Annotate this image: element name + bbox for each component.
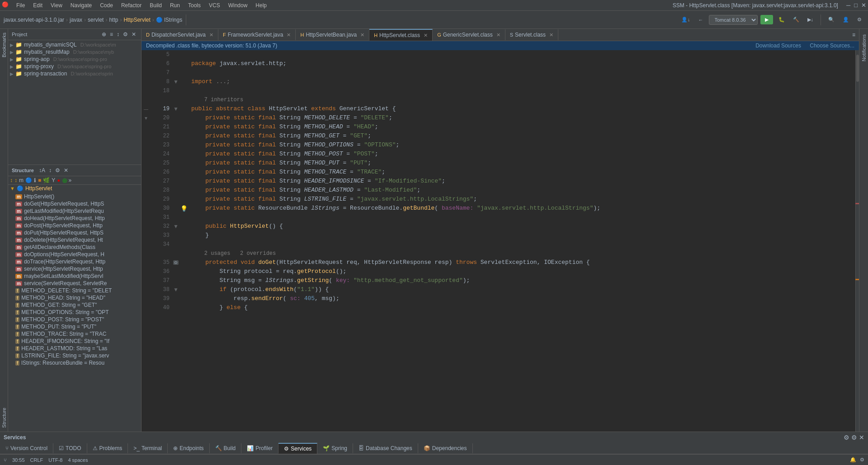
breadcrumb-javax[interactable]: javax (70, 17, 82, 23)
tomcat-selector[interactable]: Tomcat 8.0.36 (709, 15, 758, 25)
status-settings-btn[interactable]: ⚙ (860, 457, 864, 463)
struct-field-header-ifmod[interactable]: f HEADER_IFMODSINCE: String = "If (8, 338, 141, 345)
struct-field-lstring-file[interactable]: f LSTRING_FILE: String = "javax.serv (8, 352, 141, 359)
fold-19[interactable]: ▼ (173, 104, 180, 113)
menu-build[interactable]: Build (146, 1, 165, 9)
struct-item-constructor[interactable]: m HttpServlet() (8, 193, 141, 200)
settings-button[interactable]: ⚙ (854, 16, 864, 23)
tree-item-spring-aop[interactable]: ▶ 📁 spring-aop D:\workspace\spring-pro (8, 56, 141, 63)
menu-file[interactable]: File (13, 1, 28, 9)
tab-close-dispatcher[interactable]: ✕ (209, 32, 213, 38)
structure-class-root[interactable]: ▼ 🔵 HttpServlet (8, 185, 141, 192)
bottom-tab-dependencies[interactable]: 📦 Dependencies (418, 443, 473, 453)
breadcrumb-http[interactable]: http (109, 17, 118, 23)
filter-btn-10[interactable]: ◎ (62, 177, 67, 183)
bottom-tab-endpoints[interactable]: ⊕ Endpoints (168, 443, 209, 453)
tree-item-spring-tx[interactable]: ▶ 📁 spring-transaction D:\workspace\spri… (8, 70, 141, 77)
menu-refactor[interactable]: Refactor (118, 1, 145, 9)
tab-close-genericservlet[interactable]: ✕ (496, 32, 500, 38)
project-sort-btn[interactable]: ↕ (115, 31, 121, 38)
maximize-button[interactable]: □ (854, 2, 858, 9)
run-button[interactable]: ▶ (760, 15, 773, 24)
struct-field-method-options[interactable]: f METHOD_OPTIONS: String = "OPT (8, 309, 141, 316)
bottom-tab-build[interactable]: 🔨 Build (210, 443, 242, 453)
struct-field-header-lastmod[interactable]: f HEADER_LASTMOD: String = "Las (8, 345, 141, 352)
download-sources-link[interactable]: Download Sources (755, 42, 801, 49)
menu-edit[interactable]: Edit (29, 1, 46, 9)
struct-item-dooptions[interactable]: m doOptions(HttpServletRequest, H (8, 251, 141, 258)
menu-help[interactable]: Help (252, 1, 270, 9)
sync-button[interactable]: 👤↓ (679, 16, 693, 23)
status-encoding[interactable]: UTF-8 (48, 457, 62, 463)
tab-close-httpservletbean[interactable]: ✕ (360, 32, 364, 38)
status-notifications-btn[interactable]: 🔔 (850, 457, 856, 463)
tab-close-httpservlet[interactable]: ✕ (424, 33, 428, 38)
struct-item-maybesetlast[interactable]: m maybeSetLastModified(HttpServl (8, 272, 141, 280)
struct-item-service2[interactable]: m service(ServletRequest, ServletRe (8, 280, 141, 287)
menu-run[interactable]: Run (166, 1, 184, 9)
project-scope-btn[interactable]: ⊕ (100, 31, 108, 38)
struct-item-getlastmodified[interactable]: m getLastModified(HttpServletRequ (8, 207, 141, 215)
struct-field-method-trace[interactable]: f METHOD_TRACE: String = "TRAC (8, 330, 141, 338)
fold-8[interactable]: ▼ (173, 77, 180, 86)
filter-btn-7[interactable]: 🌿 (43, 177, 50, 183)
menu-vcs[interactable]: VCS (205, 1, 224, 9)
bottom-tab-version-control[interactable]: ⑂ Version Control (0, 443, 53, 453)
bottom-tab-services[interactable]: ⚙ Services (278, 443, 317, 454)
filter-btn-3[interactable]: m (19, 177, 24, 183)
bookmarks-tab[interactable]: Bookmarks (0, 29, 8, 61)
tab-close-framework[interactable]: ✕ (287, 32, 291, 38)
scrollbar-thumb[interactable] (856, 55, 859, 82)
menu-tools[interactable]: Tools (184, 1, 204, 9)
struct-field-lstrings[interactable]: f lStrings: ResourceBundle = Resou (8, 359, 141, 366)
bottom-tab-spring[interactable]: 🌱 Spring (317, 443, 353, 453)
project-collapse-btn[interactable]: ≡ (108, 31, 114, 38)
menu-window[interactable]: Window (225, 1, 251, 9)
filter-btn-5[interactable]: ℹ (34, 177, 36, 183)
back-button[interactable]: ← (696, 16, 706, 23)
struct-field-method-put[interactable]: f METHOD_PUT: String = "PUT" (8, 323, 141, 330)
struct-item-dohead[interactable]: m doHead(HttpServletRequest, Http (8, 215, 141, 222)
struct-field-method-delete[interactable]: f METHOD_DELETE: String = "DELET (8, 287, 141, 294)
fold-32[interactable]: ▼ (173, 222, 180, 231)
status-indent[interactable]: 4 spaces (68, 457, 88, 463)
settings-panel-btn[interactable]: ⚙ (844, 434, 849, 441)
struct-field-method-get[interactable]: f METHOD_GET: String = "GET" (8, 301, 141, 309)
build-button[interactable]: 🔨 (790, 16, 802, 23)
filter-btn-6[interactable]: ■ (38, 177, 41, 183)
lightbulb-icon[interactable]: 💡 (180, 204, 188, 213)
structure-sort-alpha[interactable]: ↕A (38, 167, 47, 174)
tree-item-spring-proxy[interactable]: ▶ 📁 spring-proxy D:\workspace\spring-pro (8, 63, 141, 70)
bottom-tab-todo[interactable]: ☑ TODO (53, 443, 87, 453)
tab-httpservlet[interactable]: H HttpServlet.class ✕ (369, 29, 433, 41)
struct-item-dopost[interactable]: m doPost(HttpServletRequest, Http (8, 222, 141, 229)
project-close-btn[interactable]: ✕ (130, 31, 137, 38)
filter-btn-4[interactable]: 🔵 (25, 177, 32, 183)
structure-close[interactable]: ✕ (62, 167, 70, 174)
struct-item-doget[interactable]: m doGet(HttpServletRequest, HttpS (8, 200, 141, 207)
profile-button[interactable]: 👤 (840, 16, 852, 23)
code-content[interactable]: package javax.servlet.http; import ...; … (188, 50, 855, 432)
bottom-tab-problems[interactable]: ⚠ Problems (87, 443, 128, 453)
tab-httpservletbean[interactable]: H HttpServletBean.java ✕ (296, 29, 369, 40)
struct-item-dotrace[interactable]: m doTrace(HttpServletRequest, Http (8, 258, 141, 265)
status-line-ending[interactable]: CRLF (30, 457, 43, 463)
struct-item-getalldeclared[interactable]: m getAllDeclaredMethods(Class (8, 244, 141, 251)
more-run-button[interactable]: ▶↓ (805, 16, 816, 23)
breadcrumb-lstrings[interactable]: 🔵 lStrings (156, 17, 182, 23)
filter-btn-9[interactable]: ● (57, 177, 60, 183)
status-position[interactable]: 30:55 (12, 457, 25, 463)
filter-btn-2[interactable]: ↕ (14, 177, 17, 183)
fold-inheritors[interactable]: — (142, 104, 151, 113)
breadcrumb-jar[interactable]: javax.servlet-api-3.1.0.jar (4, 17, 64, 23)
tab-overflow-btn[interactable]: ≡ (849, 32, 859, 38)
menu-navigate[interactable]: Navigate (67, 1, 95, 9)
struct-item-service1[interactable]: m service(HttpServletRequest, Http (8, 265, 141, 272)
config-panel-btn[interactable]: ⚙ (851, 434, 857, 441)
structure-sort-type[interactable]: ↕ (47, 167, 53, 174)
notifications-tab[interactable]: Notifications (860, 31, 868, 65)
project-gear-btn[interactable]: ⚙ (122, 31, 129, 38)
fold-class[interactable]: ▼ (142, 113, 151, 122)
fold-35[interactable]: ⊙▼ (173, 258, 180, 267)
choose-sources-link[interactable]: Choose Sources... (810, 42, 854, 49)
